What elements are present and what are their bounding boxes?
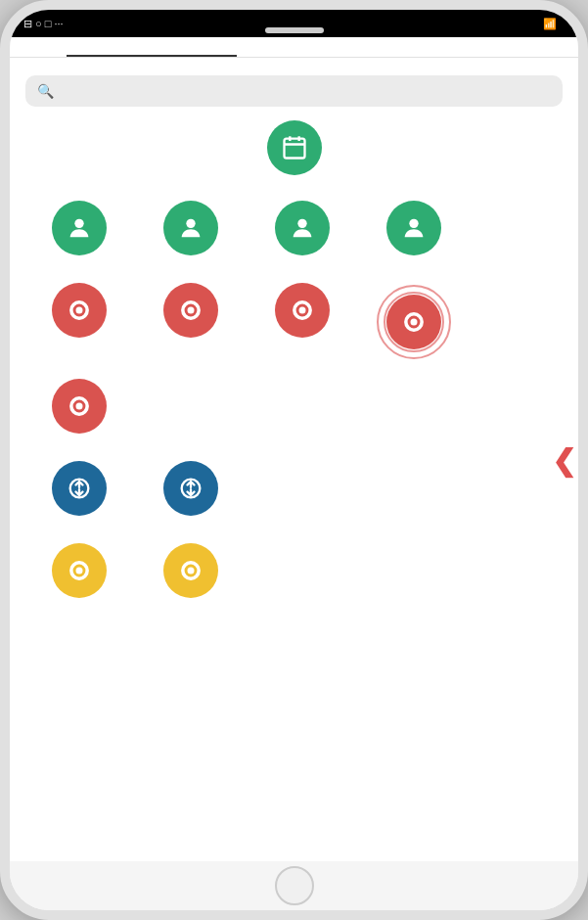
status-icons: ⊟ ○ □ ···	[23, 18, 64, 30]
person-icon-2	[177, 214, 204, 242]
box-icon	[66, 297, 93, 324]
svg-point-6	[297, 219, 306, 228]
box-icon-4	[400, 308, 428, 336]
calendar-icon	[281, 134, 308, 161]
status-left: ⊟ ○ □ ···	[23, 18, 64, 30]
person-icon-4	[400, 214, 428, 242]
product-icon	[163, 283, 218, 338]
drill-item-branch[interactable]	[25, 537, 133, 610]
box-icon-5	[66, 392, 93, 420]
circle-icon-2	[177, 557, 204, 584]
parent-account-number-icon	[386, 201, 441, 255]
svg-point-13	[299, 307, 306, 314]
wifi-icon: 📶	[543, 18, 557, 30]
tab-filter[interactable]	[294, 37, 579, 57]
branch-icon	[52, 543, 107, 598]
sales-person-icon	[163, 543, 218, 598]
search-icon: 🔍	[37, 83, 54, 99]
drill-item-parent-account-number[interactable]	[360, 195, 468, 267]
invoice-number-icon	[52, 461, 107, 516]
drill-item-product-code[interactable]	[249, 277, 356, 369]
search-bar[interactable]: 🔍	[25, 75, 563, 107]
drill-item-product[interactable]	[137, 277, 245, 369]
svg-point-21	[76, 568, 83, 575]
drill-item-product-group-level3[interactable]	[25, 373, 133, 445]
parent-account-icon	[275, 201, 330, 255]
product-code-icon	[275, 283, 330, 338]
app-container: 🔍	[10, 37, 578, 910]
svg-point-4	[74, 219, 83, 228]
manufacturer-icon	[52, 283, 107, 338]
tab-bar	[10, 37, 578, 58]
sales-grid	[25, 455, 563, 528]
box-icon-2	[177, 297, 204, 324]
drill-item-sales-person[interactable]	[137, 537, 245, 610]
svg-point-11	[188, 307, 195, 314]
status-right: 📶	[543, 18, 565, 30]
person-icon	[66, 214, 93, 242]
ripple-wrapper	[375, 283, 453, 361]
year-icon-circle	[267, 120, 322, 175]
svg-point-5	[186, 219, 195, 228]
box-icon-3	[289, 297, 316, 324]
drill-item-account-number[interactable]	[25, 195, 133, 267]
svg-point-23	[188, 568, 195, 575]
svg-point-9	[76, 307, 83, 314]
account-number-icon	[52, 201, 107, 255]
bottom-nav-bar	[10, 861, 578, 910]
svg-point-15	[411, 319, 418, 326]
chevron-right-button[interactable]: ❮	[552, 443, 576, 478]
transaction-type-icon	[163, 461, 218, 516]
sales-team-grid	[25, 537, 563, 610]
person-icon-3	[289, 214, 316, 242]
device-frame: ⊟ ○ □ ··· 📶 🔍	[0, 0, 588, 920]
drill-item-transaction-type[interactable]	[137, 455, 245, 528]
full-picture-label	[10, 58, 578, 75]
arrows-icon-2	[177, 475, 204, 502]
drill-item-manufacturer[interactable]	[25, 277, 133, 369]
home-button[interactable]	[275, 866, 314, 905]
scroll-area[interactable]	[10, 116, 578, 861]
svg-point-7	[409, 219, 418, 228]
drill-item-product-group-level2[interactable]	[360, 277, 468, 369]
customer-grid	[25, 195, 563, 267]
product-group-level2-icon	[386, 295, 441, 349]
top-speaker	[265, 27, 324, 33]
drill-item-invoice-number[interactable]	[25, 455, 133, 528]
circle-icon	[66, 557, 93, 584]
product-grid	[25, 277, 563, 445]
arrows-icon	[66, 475, 93, 502]
product-group-level3-icon	[52, 379, 107, 434]
drill-item-parent-account[interactable]	[249, 195, 356, 267]
customer-classification-icon	[163, 201, 218, 255]
drill-item-customer-classification[interactable]	[137, 195, 245, 267]
tab-drill[interactable]	[10, 37, 294, 57]
drill-item-year[interactable]	[25, 116, 563, 185]
svg-point-17	[76, 403, 83, 410]
svg-rect-0	[284, 139, 304, 159]
